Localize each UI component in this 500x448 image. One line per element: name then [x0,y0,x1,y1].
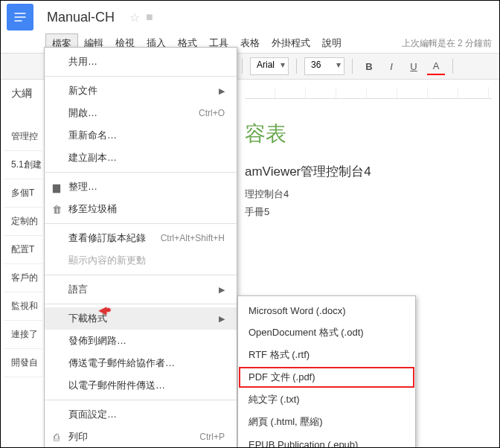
doc-text: 手冊5 [245,205,492,219]
menu-new[interactable]: 新文件▶ [45,80,237,102]
outline-item[interactable]: 多個T [4,179,42,208]
menu-publish[interactable]: 發佈到網路… [45,330,237,352]
chevron-right-icon: ▶ [219,285,225,295]
chevron-right-icon: ▶ [219,314,225,324]
menu-table[interactable]: 表格 [234,33,266,53]
trash-icon: 🗑 [51,204,62,215]
chevron-right-icon: ▶ [219,86,225,96]
font-size-select[interactable]: 36 [304,57,344,75]
menu-share[interactable]: 共用… [45,51,237,73]
download-docx[interactable]: Microsoft Word (.docx) [238,299,415,321]
menu-revision-history[interactable]: 查看修訂版本紀錄Ctrl+Alt+Shift+H [45,227,237,249]
download-pdf[interactable]: PDF 文件 (.pdf) [238,366,415,388]
download-rtf[interactable]: RTF 格式 (.rtf) [238,344,415,366]
font-family-select[interactable]: Arial [250,57,289,75]
outline-item[interactable]: 連接了 [4,321,42,349]
print-icon: ⎙ [51,432,62,443]
document-canvas[interactable]: 容表 amViewer管理控制台4 理控制台4 手冊5 [237,80,499,231]
menu-organize[interactable]: ▆整理… [45,176,237,198]
menu-trash[interactable]: 🗑移至垃圾桶 [45,198,237,220]
menu-addons[interactable]: 外掛程式 [266,33,316,53]
download-html[interactable]: 網頁 (.html, 壓縮) [238,411,415,433]
last-edit-label: 上次編輯是在 2 分鐘前 [402,37,492,50]
download-txt[interactable]: 純文字 (.txt) [238,388,415,411]
menu-open[interactable]: 開啟…Ctrl+O [45,102,237,124]
folder-icon: ▆ [51,182,62,193]
doc-subheading: amViewer管理控制台4 [245,163,492,180]
outline-item[interactable]: 定制的 [4,208,42,236]
download-epub[interactable]: EPUB Publication (.epub) [238,433,415,448]
outline-pane: 大綱 管理控 5.1創建 多個T 定制的 配置T 客戶的 監視和 連接了 開發自 [1,80,45,385]
doc-text: 理控制台4 [245,188,492,201]
ruler[interactable] [245,87,492,99]
docs-app-icon[interactable] [7,4,33,31]
document-title[interactable]: Manual-CH [47,10,115,25]
download-odt[interactable]: OpenDocument 格式 (.odt) [238,321,415,344]
outline-item[interactable]: 配置T [4,236,42,264]
outline-title: 大綱 [4,87,42,100]
menu-language[interactable]: 語言▶ [45,278,237,301]
menu-print[interactable]: ⎙列印Ctrl+P [45,426,237,448]
annotation-arrow-icon: ◄•• [96,303,107,319]
menu-help[interactable]: 說明 [316,33,347,53]
download-submenu: Microsoft Word (.docx) OpenDocument 格式 (… [237,295,416,448]
menu-download-as[interactable]: 下載格式▶ [45,307,237,330]
menu-show-updates: 顯示內容的新更動 [45,249,237,272]
underline-button[interactable]: U [405,57,423,75]
outline-item[interactable]: 監視和 [4,292,42,321]
menu-email-collaborators[interactable]: 傳送電子郵件給協作者… [45,352,237,374]
menu-page-setup[interactable]: 頁面設定… [45,403,237,426]
star-icon[interactable]: ☆ [129,10,140,25]
outline-item[interactable]: 開發自 [4,349,42,377]
menu-rename[interactable]: 重新命名… [45,124,237,147]
folder-icon[interactable]: ■ [146,10,153,24]
bold-button[interactable]: B [360,57,378,75]
menu-email-attachment[interactable]: 以電子郵件附件傳送… [45,374,237,397]
italic-button[interactable]: I [382,57,400,75]
outline-item[interactable]: 管理控 [4,123,42,151]
doc-heading: 容表 [245,120,492,148]
outline-item[interactable]: 5.1創建 [4,151,42,179]
file-menu-dropdown: 共用… 新文件▶ 開啟…Ctrl+O 重新命名… 建立副本… ▆整理… 🗑移至垃… [44,47,237,448]
text-color-button[interactable]: A [427,57,445,75]
menu-make-copy[interactable]: 建立副本… [45,147,237,169]
outline-item[interactable]: 客戶的 [4,264,42,292]
